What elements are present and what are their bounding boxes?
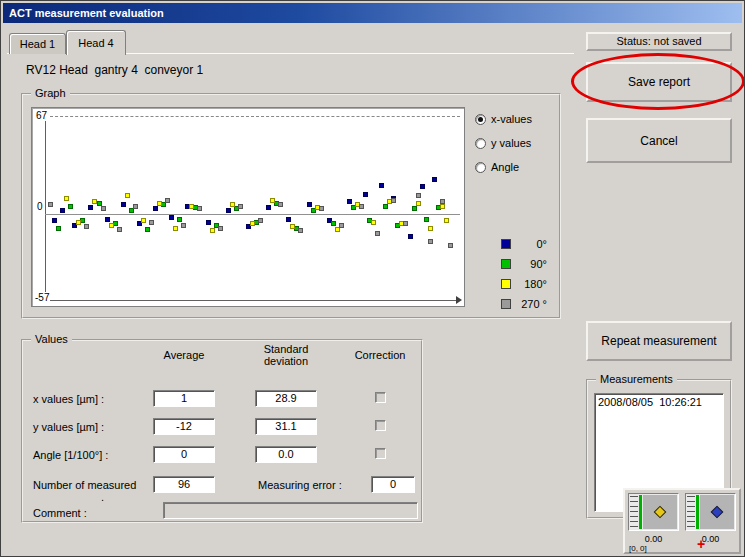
scatter-point xyxy=(157,201,162,206)
scatter-point xyxy=(149,220,154,225)
scatter-point xyxy=(375,231,380,236)
scatter-point xyxy=(218,226,223,231)
scatter-point xyxy=(76,220,81,225)
scatter-point xyxy=(181,223,186,228)
legend-label: 180° xyxy=(511,278,547,290)
comment-field[interactable] xyxy=(163,502,418,519)
scatter-point xyxy=(101,206,106,211)
angle-average-field[interactable]: 0 xyxy=(153,446,215,463)
scatter-point xyxy=(307,202,312,207)
y-average-field[interactable]: -12 xyxy=(153,418,215,435)
scatter-point xyxy=(88,205,93,210)
scatter-point xyxy=(270,198,275,203)
scatter-point xyxy=(258,218,263,223)
scatter-point xyxy=(444,218,449,223)
measuring-error-field[interactable]: 0 xyxy=(371,476,415,493)
angle-correction-checkbox[interactable] xyxy=(375,448,386,459)
position-readout-left: 0.00 xyxy=(628,534,679,544)
legend-item-180deg: 180° xyxy=(501,278,547,290)
scatter-point xyxy=(428,226,433,231)
scatter-point xyxy=(141,218,146,223)
legend-item-0deg: 0° xyxy=(501,238,547,250)
scatter-point xyxy=(363,192,368,197)
scatter-point xyxy=(129,208,134,213)
measurement-context-label: RV12 Head gantry 4 conveyor 1 xyxy=(26,63,203,77)
measured-count-field[interactable]: 96 xyxy=(153,476,215,493)
radio-x-values[interactable]: x-values xyxy=(475,113,532,125)
column-header-average: Average xyxy=(151,349,217,361)
scatter-point xyxy=(153,206,158,211)
x-axis-line xyxy=(45,300,460,301)
scatter-point xyxy=(440,204,445,209)
tab-head-4[interactable]: Head 4 xyxy=(66,30,126,55)
dialog-window: ACT measurement evaluation Head 1 Head 4… xyxy=(0,0,745,557)
annotation-ellipse xyxy=(571,53,745,110)
scatter-point xyxy=(68,204,73,209)
radio-angle[interactable]: Angle xyxy=(475,161,519,173)
x-average-field[interactable]: 1 xyxy=(153,390,215,407)
y-std-field[interactable]: 31.1 xyxy=(255,418,317,435)
legend-swatch-icon xyxy=(501,299,511,309)
scatter-point xyxy=(169,215,174,220)
scatter-point xyxy=(335,227,340,232)
y-axis-line xyxy=(45,114,46,302)
scatter-point xyxy=(145,227,150,232)
x-std-field[interactable]: 28.9 xyxy=(255,390,317,407)
scatter-point xyxy=(383,204,388,209)
angle-std-field[interactable]: 0.0 xyxy=(255,446,317,463)
gridline xyxy=(45,116,460,117)
legend-swatch-icon xyxy=(501,259,511,269)
scatter-point xyxy=(420,184,425,189)
title-bar[interactable]: ACT measurement evaluation xyxy=(3,3,742,23)
scatter-point xyxy=(448,243,453,248)
scatter-point xyxy=(125,193,130,198)
scatter-point xyxy=(298,228,303,233)
column-header-std-deviation: Standard deviation xyxy=(251,343,321,367)
scatter-point xyxy=(210,228,215,233)
crosshair-icon: + xyxy=(697,537,705,551)
scatter-point xyxy=(109,223,114,228)
cancel-button[interactable]: Cancel xyxy=(586,118,732,163)
scatter-point xyxy=(424,217,429,222)
position-diamond-icon xyxy=(711,506,724,519)
scatter-point xyxy=(52,218,57,223)
window-title: ACT measurement evaluation xyxy=(9,7,164,19)
measured-count-label: Number of measured xyxy=(33,479,136,491)
scatter-point xyxy=(266,205,271,210)
position-widget: 0.00 0.00 [0, 0] + xyxy=(623,488,741,554)
x-axis-arrow-icon xyxy=(456,296,462,304)
tab-head-1[interactable]: Head 1 xyxy=(9,33,66,54)
scatter-point xyxy=(347,199,352,204)
y-correction-checkbox[interactable] xyxy=(375,420,386,431)
radio-y-values[interactable]: y values xyxy=(475,137,531,149)
position-readout-right: 0.00 xyxy=(685,534,736,544)
graph-groupbox: Graph 67 0 -57 x-values y values Angle 0… xyxy=(21,93,561,319)
scatter-point xyxy=(428,239,433,244)
scatter-point xyxy=(371,220,376,225)
scatter-point xyxy=(278,202,283,207)
scatter-point xyxy=(379,183,384,188)
scatter-point xyxy=(440,199,445,204)
repeat-measurement-button[interactable]: Repeat measurement xyxy=(586,321,732,361)
legend-item-90deg: 90° xyxy=(501,258,547,270)
scatter-point xyxy=(403,221,408,226)
scatter-point xyxy=(230,202,235,207)
measuring-error-label: Measuring error : xyxy=(258,479,342,491)
scatter-point xyxy=(48,202,53,207)
legend-item-270deg: 270 ° xyxy=(501,298,547,310)
scatter-point xyxy=(416,193,421,198)
scatter-point xyxy=(290,224,295,229)
measurement-list-item[interactable]: 2008/08/05 10:26:21 xyxy=(595,394,723,410)
scatter-point xyxy=(56,226,61,231)
scatter-point xyxy=(226,208,231,213)
position-display-right xyxy=(685,493,736,531)
y-axis-min-label: -57 xyxy=(34,292,50,303)
y-values-label: y values [µm] : xyxy=(33,421,104,433)
zero-gridline xyxy=(45,214,460,215)
x-correction-checkbox[interactable] xyxy=(375,392,386,403)
scatter-point xyxy=(416,201,421,206)
scatter-point xyxy=(408,234,413,239)
scatter-point xyxy=(359,204,364,209)
origin-label: [0, 0] xyxy=(629,544,647,553)
display-area xyxy=(643,495,677,529)
